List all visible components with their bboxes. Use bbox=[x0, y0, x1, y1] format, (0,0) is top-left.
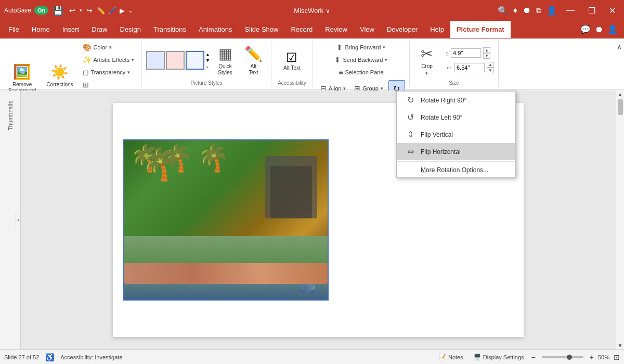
rotate-left-item[interactable]: ↺ Rotate Left 90° bbox=[397, 109, 515, 126]
gallery-down[interactable]: ▼ bbox=[205, 58, 210, 63]
style-1[interactable] bbox=[146, 51, 165, 70]
pen-icon[interactable]: 🖊️ bbox=[108, 7, 116, 15]
minimize-button[interactable]: — bbox=[562, 4, 579, 17]
styles-gallery[interactable]: ▲ ▼ ⌄ bbox=[146, 51, 210, 70]
scroll-thumb[interactable] bbox=[618, 99, 623, 115]
undo-dropdown-icon[interactable]: ▾ bbox=[80, 8, 82, 13]
accessibility-checker[interactable]: ☑ Alt Text bbox=[282, 49, 302, 72]
restore-button[interactable]: ❐ bbox=[584, 4, 600, 18]
titlebar: AutoSave On 💾 ↩ ▾ ↪ ✏️ 🖊️ ▶ ⌄ MiscWork ∨… bbox=[0, 0, 624, 21]
menu-home[interactable]: Home bbox=[25, 21, 56, 38]
menu-picture-format[interactable]: Picture Format bbox=[450, 21, 511, 38]
person-icon[interactable]: 👤 bbox=[547, 6, 557, 16]
menu-draw[interactable]: Draw bbox=[85, 21, 113, 38]
flip-vertical-icon: ⇕ bbox=[405, 129, 415, 139]
zoom-minus[interactable]: − bbox=[531, 353, 536, 361]
record-circle-icon[interactable]: ⏺ bbox=[595, 25, 603, 34]
artistic-effects-icon: ✨ bbox=[83, 56, 92, 64]
scroll-up-button[interactable]: ▲ bbox=[617, 90, 624, 98]
redo-icon[interactable]: ↪ bbox=[85, 6, 94, 15]
display-label: Display Settings bbox=[483, 354, 524, 360]
save-icon[interactable]: 💾 bbox=[51, 6, 65, 16]
artistic-effects-button[interactable]: ✨ Artistic Effects ▾ bbox=[80, 54, 137, 66]
picture-styles-content: ▲ ▼ ⌄ ▦ QuickStyles ✏️ AltText bbox=[146, 42, 267, 79]
comments-icon[interactable]: 💬 bbox=[580, 24, 591, 34]
menu-animations[interactable]: Animations bbox=[192, 21, 238, 38]
zoom-plus[interactable]: + bbox=[590, 353, 594, 361]
rotate-right-item[interactable]: ↻ Rotate Right 90° bbox=[397, 92, 515, 109]
stone-path bbox=[124, 263, 328, 284]
more-rotation-options-item[interactable]: More Rotation Options... bbox=[397, 163, 515, 177]
gallery-more[interactable]: ⌄ bbox=[205, 63, 210, 69]
restore-window-icon[interactable]: ⧉ bbox=[536, 6, 541, 15]
zoom-slider[interactable] bbox=[542, 356, 583, 358]
menu-transitions[interactable]: Transitions bbox=[147, 21, 192, 38]
accessibility-status[interactable]: Accessibility: Investigate bbox=[60, 354, 122, 360]
diamond-icon[interactable]: ♦ bbox=[513, 6, 517, 15]
gallery-up[interactable]: ▲ bbox=[205, 52, 210, 57]
width-input[interactable] bbox=[454, 63, 485, 72]
menu-file[interactable]: File bbox=[2, 21, 25, 38]
present-icon[interactable]: ▶ bbox=[120, 7, 125, 15]
search-icon[interactable]: 🔍 bbox=[498, 6, 508, 16]
transparency-label: Transparency bbox=[91, 69, 126, 75]
menu-view[interactable]: View bbox=[354, 21, 381, 38]
height-down[interactable]: ▼ bbox=[483, 53, 490, 59]
width-down[interactable]: ▼ bbox=[487, 68, 494, 73]
accessibility-icon: ♿ bbox=[45, 353, 54, 361]
crop-button[interactable]: ✂ Crop ▾ bbox=[414, 42, 440, 79]
customize-qs-icon[interactable]: ✏️ bbox=[97, 7, 105, 15]
autosave-toggle[interactable]: On bbox=[34, 6, 48, 15]
menu-slideshow[interactable]: Slide Show bbox=[238, 21, 284, 38]
transparency-chevron: ▾ bbox=[127, 70, 130, 75]
flip-vertical-item[interactable]: ⇕ Flip Vertical bbox=[397, 126, 515, 143]
slide-image[interactable]: 🌴 🌴 🌴 🦩 🦩 🦩 🪨 bbox=[123, 139, 329, 301]
selection-pane-button[interactable]: ≡ Selection Pane bbox=[335, 67, 386, 78]
quick-styles-button[interactable]: ▦ QuickStyles bbox=[212, 42, 238, 79]
send-backward-button[interactable]: ⬇ Send Backward ▾ bbox=[331, 54, 391, 66]
scroll-down-button[interactable]: ▼ bbox=[617, 342, 624, 349]
collapse-icon[interactable]: ∧ bbox=[617, 43, 622, 51]
compress-pictures-button[interactable]: ⊞ bbox=[80, 79, 137, 90]
add-command-icon[interactable]: ⌄ bbox=[128, 7, 133, 14]
color-button[interactable]: 🎨 Color ▾ bbox=[80, 42, 137, 53]
undo-icon[interactable]: ↩ bbox=[68, 6, 76, 15]
size-inputs: ↕ ▲ ▼ ↔ ▲ ▼ bbox=[445, 47, 494, 73]
menu-design[interactable]: Design bbox=[114, 21, 147, 38]
close-button[interactable]: ✕ bbox=[605, 4, 620, 18]
gallery-scroll[interactable]: ▲ ▼ ⌄ bbox=[205, 52, 210, 69]
notes-label: Notes bbox=[448, 354, 463, 360]
alt-text-button[interactable]: ✏️ AltText bbox=[240, 42, 267, 79]
menu-review[interactable]: Review bbox=[319, 21, 354, 38]
remove-bg-icon: 🖼️ bbox=[13, 63, 31, 81]
menubar: File Home Insert Draw Design Transitions… bbox=[0, 21, 624, 38]
width-spin[interactable]: ▲ ▼ bbox=[487, 62, 494, 73]
artistic-effects-label: Artistic Effects bbox=[94, 57, 129, 63]
menu-developer[interactable]: Developer bbox=[381, 21, 424, 38]
bring-forward-button[interactable]: ⬆ Bring Forward ▾ bbox=[333, 42, 388, 53]
width-up[interactable]: ▲ bbox=[487, 62, 494, 68]
vertical-scrollbar[interactable]: ▲ ▼ bbox=[616, 90, 624, 349]
menu-help[interactable]: Help bbox=[424, 21, 450, 38]
height-spin[interactable]: ▲ ▼ bbox=[483, 47, 490, 59]
style-3[interactable] bbox=[186, 51, 204, 70]
menu-insert[interactable]: Insert bbox=[56, 21, 86, 38]
style-2[interactable] bbox=[166, 51, 185, 70]
height-input[interactable] bbox=[451, 48, 481, 58]
display-settings-button[interactable]: 🖥️ Display Settings bbox=[471, 353, 527, 361]
height-up[interactable]: ▲ bbox=[483, 47, 490, 53]
ribbon-collapse[interactable]: ∧ bbox=[615, 41, 624, 87]
transparency-button[interactable]: ◻ Transparency ▾ bbox=[80, 67, 137, 78]
expand-panel-button[interactable]: › bbox=[16, 213, 21, 227]
fit-slide-icon[interactable]: ⊡ bbox=[614, 353, 620, 361]
record-icon[interactable]: ⏺ bbox=[523, 6, 531, 15]
zoom-thumb[interactable] bbox=[567, 355, 572, 360]
menu-record[interactable]: Record bbox=[284, 21, 319, 38]
accessibility-icon: ☑ bbox=[286, 50, 297, 65]
zoom-level[interactable]: 50% bbox=[598, 354, 609, 360]
notes-button[interactable]: 📝 Notes bbox=[436, 353, 466, 361]
more-rotation-label: More Rotation Options... bbox=[421, 166, 488, 174]
flip-horizontal-item[interactable]: ⇔ Flip Horizontal bbox=[397, 143, 515, 160]
share-icon[interactable]: 👤 bbox=[607, 24, 618, 34]
rotate-right-icon: ↻ bbox=[405, 95, 415, 105]
